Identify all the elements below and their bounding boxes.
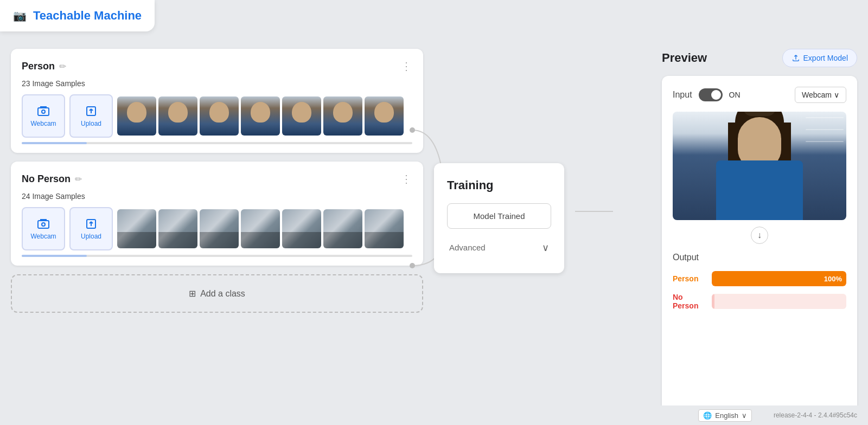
no-person-thumb-7 <box>365 209 404 248</box>
person-scroll-thumb <box>22 142 87 144</box>
no-person-thumb-3 <box>200 209 239 248</box>
add-class-icon: ⊞ <box>189 288 196 299</box>
person-output-bar-container: 100% <box>712 271 846 286</box>
globe-icon: 🌐 <box>703 411 712 420</box>
add-class-button[interactable]: ⊞ Add a class <box>11 274 423 313</box>
preview-card: Input ON Webcam ∨ <box>662 76 857 414</box>
no-person-output-row: No Person <box>673 293 846 310</box>
export-icon <box>792 54 800 62</box>
no-person-thumb-6 <box>323 209 362 248</box>
person-thumb-5 <box>282 96 321 136</box>
no-person-upload-btn[interactable]: Upload <box>69 207 113 250</box>
person-class-header: Person ✏ ⋮ <box>22 60 412 73</box>
main-layout: Person ✏ ⋮ 23 Image Samples Webcam <box>0 0 868 425</box>
no-person-output-label: No Person <box>673 293 705 310</box>
app-title: Teachable Machine <box>33 9 142 23</box>
person-upload-label: Upload <box>81 120 101 127</box>
input-label: Input <box>673 90 692 100</box>
person-webcam-btn[interactable]: Webcam <box>22 94 65 138</box>
person-thumbnails <box>117 96 412 136</box>
webcam-dropdown-label: Webcam <box>802 91 832 99</box>
person-samples-row: Webcam Upload <box>22 94 412 138</box>
input-toggle[interactable] <box>699 88 723 101</box>
person-thumb-1 <box>117 96 156 136</box>
no-person-thumb-4 <box>241 209 280 248</box>
svg-rect-5 <box>38 221 49 228</box>
language-label: English <box>715 411 738 420</box>
training-title: Training <box>447 178 551 192</box>
no-person-output-bar-container <box>712 294 846 309</box>
preview-panel: Preview Export Model Input ON Webcam ∨ <box>651 43 857 414</box>
no-person-upload-label: Upload <box>81 233 101 240</box>
version-text: release-2-4-4 - 2.4.4#95c54c <box>774 411 857 419</box>
no-person-scroll-thumb <box>22 255 87 257</box>
no-person-output-bar <box>712 294 714 309</box>
no-person-thumb-5 <box>282 209 321 248</box>
webcam-body <box>716 160 803 220</box>
person-sample-count: 23 Image Samples <box>22 79 412 88</box>
training-card: Training Model Trained Advanced ∨ <box>434 163 564 273</box>
person-output-percent: 100% <box>824 275 842 283</box>
preview-title: Preview <box>662 51 707 65</box>
person-title-row: Person ✏ <box>22 61 66 72</box>
advanced-row[interactable]: Advanced ∨ <box>447 237 551 258</box>
advanced-label: Advanced <box>449 243 486 252</box>
no-person-more-icon[interactable]: ⋮ <box>401 172 412 185</box>
no-person-edit-icon[interactable]: ✏ <box>75 174 82 184</box>
svg-rect-2 <box>38 108 49 115</box>
person-thumb-2 <box>158 96 197 136</box>
person-upload-btn[interactable]: Upload <box>69 94 113 138</box>
person-output-row: Person 100% <box>673 271 846 286</box>
training-panel: Training Model Trained Advanced ∨ <box>423 22 575 414</box>
person-webcam-label: Webcam <box>30 120 56 127</box>
person-thumb-4 <box>241 96 280 136</box>
no-person-scroll-bar[interactable] <box>22 255 412 257</box>
no-person-class-name: No Person <box>22 173 71 185</box>
svg-point-3 <box>42 110 45 113</box>
no-person-samples-row: Webcam Upload <box>22 207 412 250</box>
header: 📷 Teachable Machine <box>0 0 155 31</box>
no-person-thumbnails <box>117 209 412 248</box>
preview-header: Preview Export Model <box>662 49 857 67</box>
hamburger-icon[interactable]: 📷 <box>13 9 27 22</box>
no-person-class-header: No Person ✏ ⋮ <box>22 172 412 185</box>
toggle-knob <box>711 90 721 100</box>
person-more-icon[interactable]: ⋮ <box>401 60 412 73</box>
input-row: Input ON Webcam ∨ <box>673 87 846 103</box>
person-output-label: Person <box>673 274 705 283</box>
person-class-name: Person <box>22 61 55 72</box>
no-person-thumb-2 <box>158 209 197 248</box>
no-person-thumb-1 <box>117 209 156 248</box>
down-arrow-icon: ↓ <box>751 227 768 244</box>
chevron-down-icon: ∨ <box>542 242 549 254</box>
no-person-title-row: No Person ✏ <box>22 173 82 185</box>
model-trained-button[interactable]: Model Trained <box>447 203 551 229</box>
export-label: Export Model <box>803 54 848 62</box>
no-person-sample-count: 24 Image Samples <box>22 192 412 201</box>
no-person-webcam-btn[interactable]: Webcam <box>22 207 65 250</box>
classes-panel: Person ✏ ⋮ 23 Image Samples Webcam <box>11 43 423 414</box>
person-class-card: Person ✏ ⋮ 23 Image Samples Webcam <box>11 49 423 153</box>
svg-point-6 <box>42 223 45 226</box>
person-edit-icon[interactable]: ✏ <box>59 61 66 72</box>
person-thumb-7 <box>365 96 404 136</box>
webcam-dropdown[interactable]: Webcam ∨ <box>795 87 846 103</box>
output-section: Output Person 100% No Person <box>673 253 846 310</box>
no-person-class-card: No Person ✏ ⋮ 24 Image Samples Webcam <box>11 162 423 266</box>
person-thumb-3 <box>200 96 239 136</box>
no-person-webcam-label: Webcam <box>30 233 56 240</box>
person-output-bar: 100% <box>712 271 846 286</box>
add-class-label: Add a class <box>200 289 245 299</box>
webcam-dropdown-chevron: ∨ <box>834 91 839 99</box>
language-chevron-icon: ∨ <box>742 411 747 420</box>
output-label: Output <box>673 253 846 262</box>
webcam-feed <box>673 112 846 220</box>
webcam-background-lines <box>803 112 846 220</box>
footer: 🌐 English ∨ release-2-4-4 - 2.4.4#95c54c <box>0 405 868 425</box>
person-thumb-6 <box>323 96 362 136</box>
export-model-button[interactable]: Export Model <box>782 49 857 67</box>
toggle-on-label: ON <box>729 91 741 99</box>
person-scroll-bar[interactable] <box>22 142 412 144</box>
language-selector[interactable]: 🌐 English ∨ <box>698 409 752 422</box>
